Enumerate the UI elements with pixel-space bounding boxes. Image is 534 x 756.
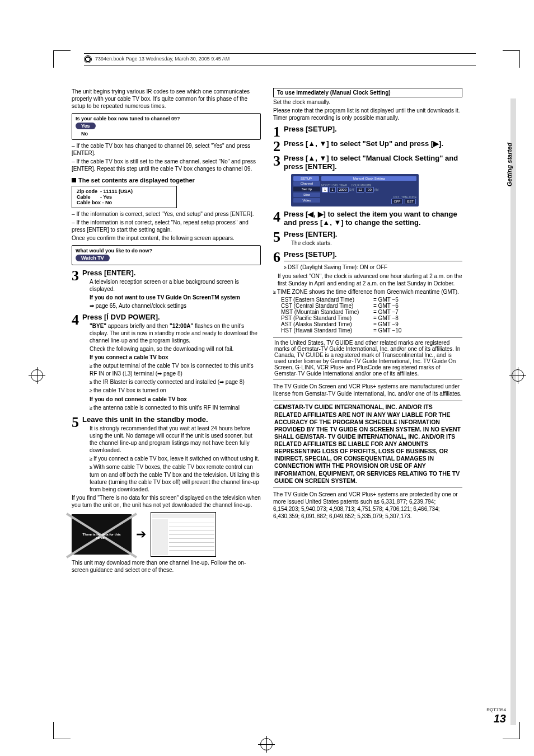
step-3-note: If you do not want to use TV Guide On Sc… xyxy=(90,294,240,300)
trademark-note-1: In the United States, TV GUIDE and other… xyxy=(273,337,462,379)
step-5-body: It is strongly recommended that you wait… xyxy=(90,425,261,454)
timezone-table: EST (Eastern Standard Time)= GMT −5 CST … xyxy=(281,297,462,334)
step-number-5: 5 xyxy=(72,415,79,430)
settings-summary-box: Zip code - 11111 (USA) Cable - Yes Cable… xyxy=(72,186,177,208)
r-step-2-num: 2 xyxy=(273,139,280,154)
dst-heading: DST (Daylight Saving Time): ON or OFF xyxy=(273,264,462,271)
closing-text: This unit may download more than one cha… xyxy=(72,559,261,574)
prompt-2-question: What would you like to do now? xyxy=(76,248,257,253)
r-step-6: Press [SETUP]. xyxy=(273,250,462,259)
osd-manual-clock: SETUP Channel Set Up Disc Video Manual C… xyxy=(291,174,419,206)
osd-tab-setup: Set Up xyxy=(293,187,320,191)
option-watch-tv: Watch TV xyxy=(76,255,110,261)
osd-tab-channel: Channel xyxy=(293,181,320,186)
screen-no-data: There is no data for this screen. xyxy=(72,514,132,555)
screen-illustration: There is no data for this screen. ➔ xyxy=(72,512,261,557)
r-step-1: Press [SETUP]. xyxy=(273,125,462,133)
osd-tz: EST xyxy=(405,199,416,204)
r-step-4-num: 4 xyxy=(273,210,280,224)
osd-title: SETUP xyxy=(293,176,319,181)
step-4-check: Check the following again, so the downlo… xyxy=(90,345,261,353)
manual-clock-p2: Please note that the program list is not… xyxy=(273,107,462,121)
screen-guide xyxy=(151,512,216,557)
step-number-4: 4 xyxy=(72,313,79,327)
r-step-1-num: 1 xyxy=(273,125,280,139)
check-output-terminal: the output terminal of the cable TV box … xyxy=(90,362,261,377)
r-step-6-num: 6 xyxy=(273,250,280,265)
osd-day: 1 xyxy=(329,187,335,192)
step-5-note-2: With some cable TV boxes, the cable TV b… xyxy=(90,463,261,493)
nodata-text: If you find "There is no data for this s… xyxy=(72,494,261,509)
note-repeat-setup: If the information is not correct, selec… xyxy=(72,219,261,233)
step-5-note-1: If you connect a cable TV box, leave it … xyxy=(90,455,261,463)
check-ir-blaster: the IR Blaster is correctly connected an… xyxy=(90,378,261,386)
check-antenna: the antenna cable is connected to this u… xyxy=(90,404,261,412)
osd-hour: 12 xyxy=(356,187,364,192)
note-end-setup: If the information is correct, select "Y… xyxy=(72,210,261,218)
screen-msg: There is no data for this screen. xyxy=(78,533,125,539)
step-4-title: Press [Í DVD POWER]. xyxy=(72,313,261,321)
doc-code: RQT7394 xyxy=(486,707,506,712)
r-step-3-num: 3 xyxy=(273,154,280,168)
step-5-title: Leave this unit in the standby mode. xyxy=(72,415,261,424)
osd-year: 2000 xyxy=(337,187,349,192)
tz-heading: TIME ZONE shows the time difference from… xyxy=(273,288,462,296)
osd-minute: 00 xyxy=(366,187,374,192)
r-step-5-body: The clock starts. xyxy=(291,240,462,247)
prompt-1-question: Is your cable box now tuned to channel 0… xyxy=(76,116,257,121)
if-connect-box: If you connect a cable TV box xyxy=(90,354,168,360)
intro-text: The unit begins trying various IR codes … xyxy=(72,88,261,110)
trademark-note-2: The TV Guide On Screen and VCR Plus+ sys… xyxy=(273,383,462,397)
manual-clock-title: To use immediately (Manual Clock Setting… xyxy=(273,88,462,97)
osd-dst: OFF xyxy=(391,199,402,204)
step-number-3: 3 xyxy=(72,269,79,283)
manual-clock-p1: Set the clock manually. xyxy=(273,98,462,106)
prompt-box-1: Is your cable box now tuned to channel 0… xyxy=(72,113,261,140)
if-no-box: If you do not connect a cable TV box xyxy=(90,396,187,402)
patent-note: The TV Guide On Screen and VCR Plus+ sys… xyxy=(273,491,462,520)
step-3-title: Press [ENTER]. xyxy=(72,269,261,277)
dst-body: If you select "ON", the clock is advance… xyxy=(278,273,462,287)
note-no: If the cable TV box is still set to the … xyxy=(72,158,261,172)
page-footer: RQT7394 13 xyxy=(486,707,506,725)
arrow-icon: ➔ xyxy=(136,527,146,542)
prompt-box-2: What would you like to do now? Watch TV xyxy=(72,245,261,265)
option-yes: Yes xyxy=(76,123,96,129)
section-tab-label: Getting started xyxy=(506,143,513,186)
r-step-3: Press [▲, ▼] to select "Manual Clock Set… xyxy=(273,154,462,171)
r-step-2: Press [▲, ▼] to select "Set Up" and pres… xyxy=(273,139,462,148)
note-yes: If the cable TV box has changed to chann… xyxy=(72,142,261,157)
confirm-text: Once you confirm the input content, the … xyxy=(72,234,261,242)
section-set-contents: The set contents are displayed together xyxy=(72,177,261,184)
step-4-body: "BYE" appears briefly and then "12:00A" … xyxy=(90,322,261,344)
osd-tab-video: Video xyxy=(293,198,320,203)
step-3-body: A television reception screen or a blue … xyxy=(90,278,261,293)
r-step-4: Press [◀, ▶] to select the item you want… xyxy=(273,210,462,227)
option-no: No xyxy=(76,130,93,137)
osd-panel-title: Manual Clock Setting xyxy=(321,176,416,181)
check-box-on: the cable TV box is turned on xyxy=(90,387,261,395)
page-number: 13 xyxy=(494,712,506,725)
step-3-ref: page 65, Auto channel/clock settings xyxy=(90,302,261,309)
r-step-5: Press [ENTER]. xyxy=(273,230,462,238)
osd-month: 1 xyxy=(322,187,328,192)
r-step-5-num: 5 xyxy=(273,230,280,245)
book-header: 7394en.book Page 13 Wednesday, March 30,… xyxy=(84,53,476,65)
legal-disclaimer: GEMSTAR-TV GUIDE INTERNATIONAL, INC. AND… xyxy=(273,401,462,487)
osd-tab-disc: Disc xyxy=(293,192,320,197)
